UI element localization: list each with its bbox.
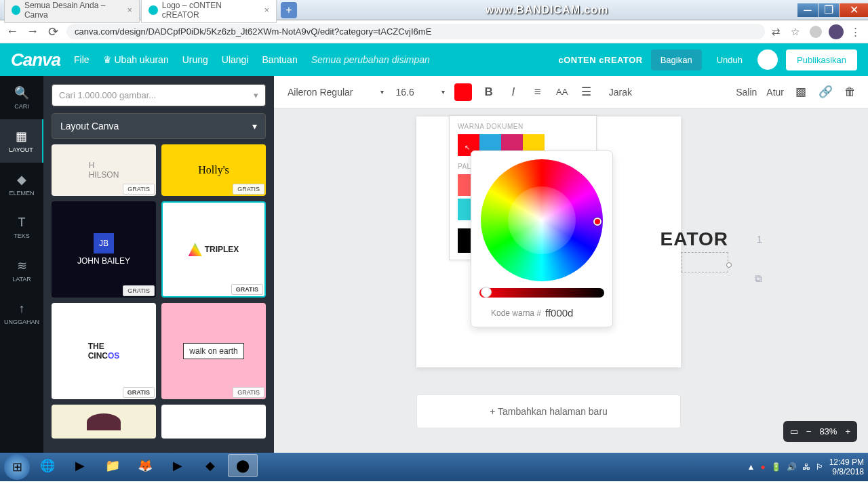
- add-page-button[interactable]: + Tambahkan halaman baru: [416, 394, 681, 428]
- close-icon[interactable]: ×: [264, 5, 269, 15]
- align-button[interactable]: ≡: [530, 85, 545, 99]
- menu-resize[interactable]: ♛ Ubah ukuran: [103, 54, 169, 65]
- taskbar-chrome[interactable]: ⬤: [228, 454, 258, 477]
- hex-label: Kode warna #: [491, 308, 541, 318]
- copy-button[interactable]: Salin: [736, 87, 757, 98]
- text-icon: T: [18, 216, 26, 230]
- spacing-button[interactable]: Jarak: [609, 87, 632, 98]
- case-button[interactable]: AA: [555, 87, 570, 97]
- taskbar-ie[interactable]: 🌐: [33, 454, 62, 477]
- brightness-slider[interactable]: [479, 288, 604, 298]
- template-thumb[interactable]: THECINCOSGRATIS: [52, 303, 156, 399]
- taskbar-app[interactable]: ◆: [195, 454, 225, 477]
- taskbar-app[interactable]: ▶: [163, 454, 193, 477]
- back-button[interactable]: ←: [5, 25, 19, 39]
- tray-volume-icon[interactable]: 🔊: [787, 462, 797, 472]
- taskbar-media[interactable]: ▶: [65, 454, 95, 477]
- save-status: Semua perubahan disimpan: [311, 54, 430, 65]
- italic-button[interactable]: I: [506, 85, 521, 99]
- menu-undo[interactable]: Urung: [182, 54, 208, 65]
- template-thumb[interactable]: walk on earthGRATIS: [161, 303, 266, 399]
- canva-logo[interactable]: Canva: [11, 49, 60, 70]
- maximize-button[interactable]: ❐: [818, 3, 839, 17]
- selection-box[interactable]: [681, 252, 728, 272]
- tray-flag-icon[interactable]: 🏳: [816, 462, 824, 472]
- menu-help[interactable]: Bantuan: [262, 54, 298, 65]
- template-thumb[interactable]: JBJOHN BAILEYGRATIS: [52, 201, 156, 298]
- template-thumb[interactable]: [52, 405, 156, 439]
- chevron-down-icon: ▾: [380, 88, 384, 96]
- zoom-value[interactable]: 83%: [819, 426, 837, 436]
- chevron-down-icon: ▾: [252, 121, 257, 131]
- publish-button[interactable]: Publikasikan: [786, 49, 857, 70]
- template-thumb[interactable]: TRIPLEXGRATIS: [161, 201, 266, 298]
- template-thumb[interactable]: Holly'sGRATIS: [161, 144, 266, 196]
- duplicate-page-icon[interactable]: ⧉: [755, 272, 762, 285]
- background-icon: ≋: [17, 258, 27, 273]
- menu-file[interactable]: File: [74, 54, 90, 65]
- arrange-button[interactable]: Atur: [766, 87, 784, 98]
- window-close-button[interactable]: ✕: [840, 3, 868, 17]
- slider-knob[interactable]: [481, 287, 492, 298]
- tray-battery-icon[interactable]: 🔋: [771, 462, 781, 472]
- transparency-button[interactable]: ▩: [793, 85, 808, 99]
- list-button[interactable]: ☰: [579, 85, 594, 99]
- bold-button[interactable]: B: [481, 85, 496, 99]
- profile-avatar[interactable]: [829, 24, 844, 39]
- watermark: www.BANDICAM.com: [297, 4, 797, 16]
- zoom-in-button[interactable]: +: [845, 426, 850, 436]
- extension-icon[interactable]: [810, 26, 822, 38]
- favicon-icon: [12, 5, 20, 15]
- star-icon[interactable]: ☆: [791, 26, 803, 38]
- download-button[interactable]: Unduh: [710, 49, 749, 70]
- template-thumb[interactable]: [161, 405, 266, 439]
- url-input[interactable]: canva.com/design/DADCpfP0iDk/5Kz6zb_Jt62…: [66, 24, 765, 39]
- taskbar-firefox[interactable]: 🦊: [130, 454, 160, 477]
- reload-button[interactable]: ⟳: [46, 25, 60, 39]
- layout-dropdown[interactable]: Layout Canva ▾: [52, 113, 266, 139]
- nav-layout[interactable]: ▦LAYOUT: [0, 119, 43, 163]
- zoom-out-button[interactable]: −: [806, 426, 812, 436]
- present-icon[interactable]: ▭: [790, 426, 798, 436]
- zoom-control: ▭ − 83% +: [783, 421, 857, 442]
- nav-search[interactable]: 🔍CARI: [0, 76, 43, 119]
- chevron-down-icon: ▾: [441, 88, 445, 96]
- menu-redo[interactable]: Ulangi: [222, 54, 249, 65]
- menu-icon[interactable]: ⋮: [850, 26, 863, 38]
- new-tab-button[interactable]: +: [281, 2, 297, 18]
- chevron-down-icon: ▾: [254, 90, 258, 100]
- taskbar-explorer[interactable]: 📁: [98, 454, 127, 477]
- nav-background[interactable]: ≋LATAR: [0, 249, 43, 292]
- forward-button[interactable]: →: [26, 25, 39, 39]
- font-select[interactable]: Aileron Regular▾: [285, 84, 387, 100]
- doc-colors-label: WARNA DOKUMEN: [458, 123, 588, 130]
- text-color-button[interactable]: [454, 83, 472, 101]
- document-title[interactable]: cONTEN cREATOR: [558, 55, 642, 65]
- start-button[interactable]: ⊞: [4, 454, 30, 480]
- template-thumb[interactable]: HHILSONGRATIS: [52, 144, 156, 196]
- nav-text[interactable]: TTEKS: [0, 206, 43, 249]
- tray-record-icon[interactable]: ●: [760, 462, 765, 472]
- delete-button[interactable]: 🗑: [842, 85, 857, 99]
- text-element[interactable]: EATOR: [660, 228, 728, 250]
- nav-uploads[interactable]: ↑UNGGAHAN: [0, 292, 43, 335]
- nav-elements[interactable]: ◆ELEMEN: [0, 163, 43, 206]
- tray-network-icon[interactable]: 🖧: [802, 462, 810, 472]
- font-size-select[interactable]: 16.6▾: [396, 87, 445, 98]
- browser-tab[interactable]: Logo – cONTEN cREATOR ×: [141, 0, 277, 23]
- share-button[interactable]: Bagikan: [651, 49, 702, 70]
- search-icon: 🔍: [14, 85, 29, 100]
- page-number: 1: [757, 233, 762, 245]
- minimize-button[interactable]: ─: [797, 3, 818, 17]
- tray-icon[interactable]: ▲: [747, 462, 755, 472]
- wheel-cursor[interactable]: [593, 218, 601, 226]
- system-clock[interactable]: 12:49 PM 9/8/2018: [829, 458, 864, 477]
- user-avatar[interactable]: [757, 49, 778, 70]
- close-icon[interactable]: ×: [127, 5, 132, 15]
- search-input[interactable]: Cari 1.000.000 gambar... ▾: [52, 84, 266, 106]
- hex-input[interactable]: ff000d: [545, 307, 593, 319]
- browser-tab[interactable]: Semua Desain Anda – Canva ×: [4, 0, 140, 23]
- color-wheel[interactable]: [481, 159, 603, 281]
- translate-icon[interactable]: ⇄: [772, 26, 784, 38]
- link-button[interactable]: 🔗: [818, 85, 833, 99]
